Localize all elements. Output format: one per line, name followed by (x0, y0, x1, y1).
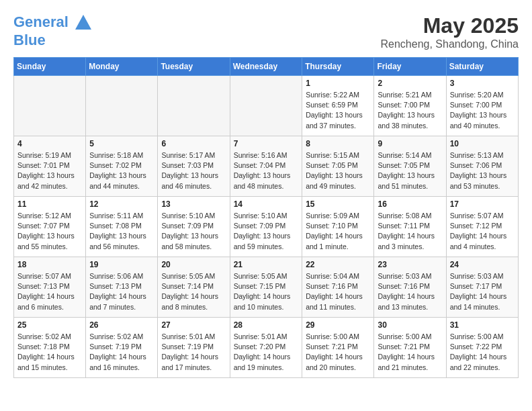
calendar-cell: 27Sunrise: 5:01 AM Sunset: 7:19 PM Dayli… (158, 318, 230, 378)
day-info: Sunrise: 5:05 AM Sunset: 7:14 PM Dayligh… (161, 271, 226, 312)
day-info: Sunrise: 5:12 AM Sunset: 7:07 PM Dayligh… (17, 211, 82, 252)
day-number: 23 (378, 260, 442, 269)
day-number: 19 (89, 260, 154, 269)
day-info: Sunrise: 5:08 AM Sunset: 7:11 PM Dayligh… (378, 211, 442, 252)
day-number: 22 (306, 260, 370, 269)
calendar-cell: 31Sunrise: 5:00 AM Sunset: 7:22 PM Dayli… (446, 318, 518, 378)
weekday-header-row: SundayMondayTuesdayWednesdayThursdayFrid… (14, 58, 519, 76)
calendar-cell: 13Sunrise: 5:10 AM Sunset: 7:09 PM Dayli… (158, 197, 230, 257)
day-info: Sunrise: 5:10 AM Sunset: 7:09 PM Dayligh… (234, 211, 299, 252)
day-number: 21 (234, 260, 299, 269)
day-info: Sunrise: 5:17 AM Sunset: 7:03 PM Dayligh… (161, 150, 226, 191)
calendar-cell: 3Sunrise: 5:20 AM Sunset: 7:00 PM Daylig… (446, 76, 518, 136)
weekday-header-monday: Monday (86, 58, 158, 76)
day-number: 29 (306, 320, 370, 330)
calendar-cell: 28Sunrise: 5:01 AM Sunset: 7:20 PM Dayli… (230, 318, 302, 378)
day-info: Sunrise: 5:03 AM Sunset: 7:17 PM Dayligh… (450, 271, 515, 312)
day-info: Sunrise: 5:02 AM Sunset: 7:18 PM Dayligh… (17, 332, 82, 373)
weekday-header-tuesday: Tuesday (158, 58, 230, 76)
calendar-cell: 7Sunrise: 5:16 AM Sunset: 7:04 PM Daylig… (230, 136, 302, 197)
day-number: 24 (450, 260, 515, 269)
title-block: May 2025 Rencheng, Shandong, China (381, 13, 519, 50)
day-info: Sunrise: 5:22 AM Sunset: 6:59 PM Dayligh… (306, 90, 370, 131)
day-number: 28 (234, 320, 299, 330)
day-info: Sunrise: 5:09 AM Sunset: 7:10 PM Dayligh… (306, 211, 370, 252)
day-number: 2 (378, 79, 442, 88)
day-info: Sunrise: 5:00 AM Sunset: 7:22 PM Dayligh… (450, 332, 515, 373)
day-info: Sunrise: 5:01 AM Sunset: 7:19 PM Dayligh… (161, 332, 226, 373)
calendar-cell: 12Sunrise: 5:11 AM Sunset: 7:08 PM Dayli… (86, 197, 158, 257)
weekday-header-sunday: Sunday (14, 58, 86, 76)
calendar-cell: 15Sunrise: 5:09 AM Sunset: 7:10 PM Dayli… (302, 197, 374, 257)
calendar-table: SundayMondayTuesdayWednesdayThursdayFrid… (13, 57, 519, 378)
calendar-cell (230, 76, 302, 136)
day-number: 6 (161, 139, 226, 148)
day-info: Sunrise: 5:11 AM Sunset: 7:08 PM Dayligh… (89, 211, 154, 252)
calendar-week-5: 25Sunrise: 5:02 AM Sunset: 7:18 PM Dayli… (14, 318, 519, 378)
day-number: 13 (161, 199, 226, 209)
calendar-cell: 17Sunrise: 5:07 AM Sunset: 7:12 PM Dayli… (446, 197, 518, 257)
calendar-cell: 19Sunrise: 5:06 AM Sunset: 7:13 PM Dayli… (86, 257, 158, 318)
weekday-header-friday: Friday (374, 58, 446, 76)
day-info: Sunrise: 5:21 AM Sunset: 7:00 PM Dayligh… (378, 90, 442, 131)
day-info: Sunrise: 5:15 AM Sunset: 7:05 PM Dayligh… (306, 150, 370, 191)
calendar-cell: 23Sunrise: 5:03 AM Sunset: 7:16 PM Dayli… (374, 257, 446, 318)
calendar-cell: 26Sunrise: 5:02 AM Sunset: 7:19 PM Dayli… (86, 318, 158, 378)
weekday-header-wednesday: Wednesday (230, 58, 302, 76)
logo-general: General (13, 13, 69, 30)
calendar-cell: 2Sunrise: 5:21 AM Sunset: 7:00 PM Daylig… (374, 76, 446, 136)
day-number: 5 (89, 139, 154, 148)
day-number: 26 (89, 320, 154, 330)
calendar-cell: 29Sunrise: 5:00 AM Sunset: 7:21 PM Dayli… (302, 318, 374, 378)
day-number: 12 (89, 199, 154, 209)
month-year: May 2025 (381, 13, 519, 38)
calendar-week-1: 1Sunrise: 5:22 AM Sunset: 6:59 PM Daylig… (14, 76, 519, 136)
calendar-cell: 14Sunrise: 5:10 AM Sunset: 7:09 PM Dayli… (230, 197, 302, 257)
calendar-week-2: 4Sunrise: 5:19 AM Sunset: 7:01 PM Daylig… (14, 136, 519, 197)
calendar-week-4: 18Sunrise: 5:07 AM Sunset: 7:13 PM Dayli… (14, 257, 519, 318)
calendar-cell (14, 76, 86, 136)
calendar-cell: 22Sunrise: 5:04 AM Sunset: 7:16 PM Dayli… (302, 257, 374, 318)
day-info: Sunrise: 5:14 AM Sunset: 7:05 PM Dayligh… (378, 150, 442, 191)
day-number: 9 (378, 139, 442, 148)
day-info: Sunrise: 5:16 AM Sunset: 7:04 PM Dayligh… (234, 150, 299, 191)
day-info: Sunrise: 5:05 AM Sunset: 7:15 PM Dayligh… (234, 271, 299, 312)
day-number: 18 (17, 260, 82, 269)
calendar-cell: 16Sunrise: 5:08 AM Sunset: 7:11 PM Dayli… (374, 197, 446, 257)
calendar-week-3: 11Sunrise: 5:12 AM Sunset: 7:07 PM Dayli… (14, 197, 519, 257)
day-number: 3 (450, 79, 515, 88)
day-number: 31 (450, 320, 515, 330)
logo-icon (74, 13, 93, 32)
day-info: Sunrise: 5:01 AM Sunset: 7:20 PM Dayligh… (234, 332, 299, 373)
calendar-cell: 5Sunrise: 5:18 AM Sunset: 7:02 PM Daylig… (86, 136, 158, 197)
weekday-header-saturday: Saturday (446, 58, 518, 76)
calendar-cell: 20Sunrise: 5:05 AM Sunset: 7:14 PM Dayli… (158, 257, 230, 318)
day-number: 27 (161, 320, 226, 330)
day-info: Sunrise: 5:04 AM Sunset: 7:16 PM Dayligh… (306, 271, 370, 312)
day-info: Sunrise: 5:20 AM Sunset: 7:00 PM Dayligh… (450, 90, 515, 131)
logo: General Blue (13, 13, 93, 48)
calendar-cell: 8Sunrise: 5:15 AM Sunset: 7:05 PM Daylig… (302, 136, 374, 197)
day-info: Sunrise: 5:02 AM Sunset: 7:19 PM Dayligh… (89, 332, 154, 373)
day-number: 25 (17, 320, 82, 330)
day-number: 17 (450, 199, 515, 209)
calendar-cell: 6Sunrise: 5:17 AM Sunset: 7:03 PM Daylig… (158, 136, 230, 197)
calendar-cell: 18Sunrise: 5:07 AM Sunset: 7:13 PM Dayli… (14, 257, 86, 318)
day-number: 1 (306, 79, 370, 88)
day-number: 11 (17, 199, 82, 209)
calendar-cell: 21Sunrise: 5:05 AM Sunset: 7:15 PM Dayli… (230, 257, 302, 318)
calendar-cell: 4Sunrise: 5:19 AM Sunset: 7:01 PM Daylig… (14, 136, 86, 197)
day-info: Sunrise: 5:00 AM Sunset: 7:21 PM Dayligh… (306, 332, 370, 373)
day-info: Sunrise: 5:07 AM Sunset: 7:13 PM Dayligh… (17, 271, 82, 312)
calendar-cell: 9Sunrise: 5:14 AM Sunset: 7:05 PM Daylig… (374, 136, 446, 197)
day-info: Sunrise: 5:18 AM Sunset: 7:02 PM Dayligh… (89, 150, 154, 191)
day-number: 15 (306, 199, 370, 209)
day-number: 20 (161, 260, 226, 269)
day-number: 10 (450, 139, 515, 148)
calendar-cell: 24Sunrise: 5:03 AM Sunset: 7:17 PM Dayli… (446, 257, 518, 318)
day-info: Sunrise: 5:19 AM Sunset: 7:01 PM Dayligh… (17, 150, 82, 191)
calendar-cell: 30Sunrise: 5:00 AM Sunset: 7:21 PM Dayli… (374, 318, 446, 378)
calendar-cell (158, 76, 230, 136)
weekday-header-thursday: Thursday (302, 58, 374, 76)
page-header: General Blue May 2025 Rencheng, Shandong… (13, 13, 519, 50)
